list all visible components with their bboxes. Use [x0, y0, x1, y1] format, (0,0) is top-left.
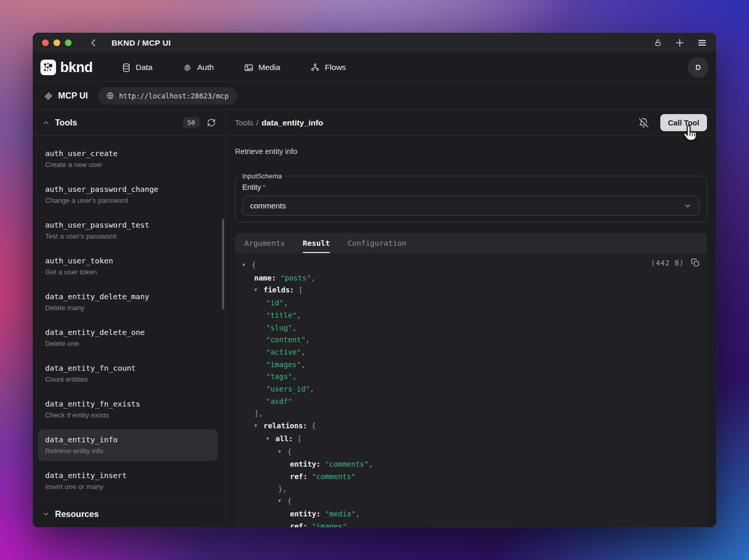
mcp-toolbar: MCP UI http://localhost:28623/mcp	[33, 82, 716, 110]
user-avatar[interactable]: D	[688, 57, 709, 78]
plus-icon	[675, 38, 685, 48]
json-line: ▼{	[235, 495, 707, 508]
tool-name: auth_user_password_test	[45, 220, 211, 230]
collapse-arrow-icon[interactable]: ▼	[254, 284, 263, 296]
titlebar-actions	[654, 38, 707, 48]
tool-name: auth_user_password_change	[45, 185, 211, 194]
resources-section-header[interactable]: Resources	[33, 500, 225, 527]
close-window-button[interactable]	[42, 39, 49, 46]
collapse-arrow-icon[interactable]: ▼	[242, 259, 252, 271]
json-line: ▼{	[235, 259, 707, 272]
tool-name: auth_user_token	[45, 256, 211, 265]
chevron-down-icon	[684, 202, 692, 210]
tool-list-item[interactable]: data_entity_insert Insert one or many	[38, 465, 218, 497]
tool-list-item[interactable]: auth_user_password_change Change a user'…	[38, 179, 218, 211]
refresh-icon	[207, 118, 216, 127]
nav-item-auth[interactable]: Auth	[183, 63, 214, 73]
new-tab-button[interactable]	[675, 38, 685, 48]
brand-name: bknd	[60, 60, 93, 76]
tool-list-item[interactable]: auth_user_create Create a new user	[38, 143, 218, 175]
tool-name: data_entity_delete_many	[45, 292, 211, 301]
tool-list: auth_user_create Create a new user auth_…	[33, 136, 225, 500]
tool-description: Delete one	[45, 339, 211, 348]
collapse-arrow-icon[interactable]: ▼	[254, 419, 263, 432]
tab-result[interactable]: Result	[303, 233, 330, 253]
json-line: entity: "media",	[235, 508, 707, 521]
fingerprint-icon	[183, 63, 192, 73]
chevron-up-icon	[42, 119, 50, 127]
mouse-cursor-hand	[681, 124, 699, 144]
tab-configuration[interactable]: Configuration	[348, 233, 407, 253]
window-titlebar: BKND / MCP UI	[33, 33, 716, 53]
tool-list-item[interactable]: data_entity_delete_many Delete many	[38, 286, 218, 318]
tool-detail-header: Tools / data_entity_info Call Tool	[226, 110, 716, 136]
refresh-tools-button[interactable]	[207, 118, 216, 127]
nav-item-data[interactable]: Data	[121, 63, 153, 73]
tool-list-item[interactable]: data_entity_fn_count Count entities	[38, 358, 218, 389]
minimize-window-button[interactable]	[53, 39, 60, 46]
collapse-arrow-icon[interactable]: ▼	[278, 495, 287, 507]
chevron-down-icon	[42, 510, 50, 518]
json-line: ▼{	[235, 446, 707, 459]
back-button[interactable]	[89, 38, 98, 47]
tools-section-header[interactable]: Tools 50	[33, 110, 225, 136]
tools-sidebar: Tools 50 auth_user_create Create a new u…	[33, 110, 226, 527]
result-content: (442 B) ▼{name: "posts",▼fields: ["id","…	[235, 253, 707, 527]
brand-logo[interactable]: bknd	[40, 60, 93, 76]
window-title: BKND / MCP UI	[112, 38, 171, 48]
tool-description: Get a user token	[45, 268, 211, 276]
desktop-background: BKND / MCP UI	[0, 0, 749, 560]
traffic-lights	[42, 39, 72, 46]
tool-detail-body: Retrieve entity info InputSchema Entity*…	[226, 136, 716, 527]
breadcrumb-section[interactable]: Tools	[235, 118, 253, 127]
mcp-url-pill[interactable]: http://localhost:28623/mcp	[98, 87, 237, 105]
notifications-off-button[interactable]	[639, 118, 649, 128]
nav-item-flows[interactable]: Flows	[310, 63, 345, 73]
tools-section-title: Tools	[55, 118, 77, 128]
result-meta: (442 B)	[651, 258, 700, 267]
nav-items: Data Auth Media Flows	[121, 63, 346, 73]
tool-name: data_entity_insert	[45, 471, 211, 480]
collapse-arrow-icon[interactable]: ▼	[278, 445, 287, 458]
json-line: "active",	[235, 346, 707, 359]
tab-arguments[interactable]: Arguments	[244, 233, 285, 253]
lock-open-button[interactable]	[654, 38, 662, 47]
tool-name: data_entity_info	[45, 435, 211, 444]
tool-list-item[interactable]: auth_user_token Get a user token	[38, 250, 218, 282]
mcp-page-title: MCP UI	[58, 91, 88, 101]
json-line: "content",	[235, 334, 707, 346]
chevron-left-icon	[89, 38, 98, 47]
copy-result-button[interactable]	[691, 258, 700, 267]
content-area: Tools 50 auth_user_create Create a new u…	[33, 110, 716, 527]
image-icon	[244, 63, 254, 73]
json-line: ref: "images"	[235, 521, 707, 527]
collapse-arrow-icon[interactable]: ▼	[266, 432, 275, 445]
input-schema-legend: InputSchema	[240, 172, 285, 180]
json-line: "asdf"	[235, 396, 707, 408]
json-line: "users_id",	[235, 383, 707, 396]
nav-item-media[interactable]: Media	[244, 63, 280, 73]
tool-list-item[interactable]: auth_user_password_test Test a user's pa…	[38, 215, 218, 246]
tool-list-item[interactable]: data_entity_info Retrieve entity info	[38, 429, 218, 461]
tool-list-item[interactable]: data_entity_fn_exists Check if entity ex…	[38, 394, 218, 425]
tool-description: Count entities	[45, 375, 211, 384]
result-panel: Arguments Result Configuration (442 B)	[235, 233, 707, 527]
json-tree: ▼{name: "posts",▼fields: ["id","title","…	[235, 259, 707, 527]
tool-detail-description: Retrieve entity info	[235, 146, 707, 157]
result-size-badge: (442 B)	[651, 259, 684, 267]
mcp-url: http://localhost:28623/mcp	[119, 92, 228, 100]
json-line: "tags",	[235, 371, 707, 383]
json-line: "images",	[235, 359, 707, 371]
breadcrumb-separator: /	[256, 118, 258, 127]
input-schema-fieldset: InputSchema Entity* comments	[235, 172, 707, 222]
zoom-window-button[interactable]	[65, 39, 72, 46]
database-icon	[121, 63, 131, 73]
nav-item-label: Flows	[325, 63, 345, 72]
entity-select[interactable]: comments	[242, 195, 700, 216]
bell-off-icon	[639, 118, 649, 128]
sidebar-scrollbar-thumb[interactable]	[222, 219, 224, 310]
tool-list-item[interactable]: data_entity_delete_one Delete one	[38, 322, 218, 354]
tool-description: Check if entity exists	[45, 411, 211, 419]
menu-button[interactable]	[697, 38, 707, 48]
json-line: ref: "comments"	[235, 471, 707, 483]
